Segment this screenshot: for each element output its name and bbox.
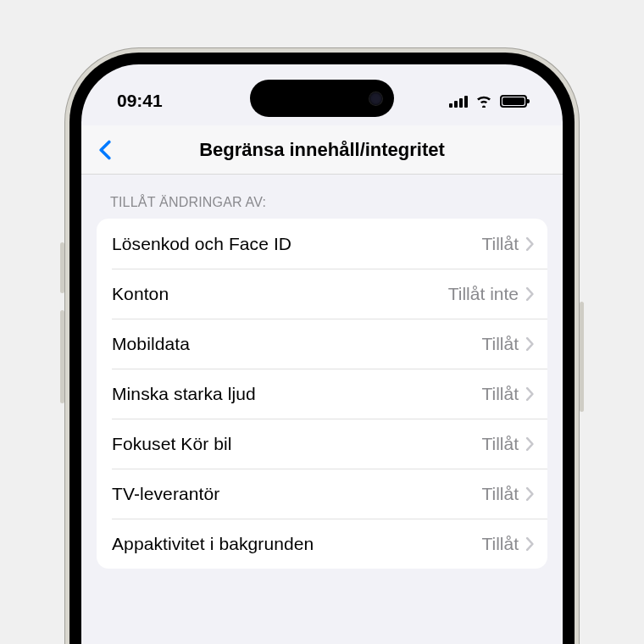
settings-row[interactable]: MobildataTillåt	[97, 319, 547, 369]
dynamic-island	[250, 80, 394, 117]
row-label: Mobildata	[112, 334, 481, 354]
chevron-right-icon	[525, 287, 534, 301]
settings-row[interactable]: Minska starka ljudTillåt	[97, 369, 547, 419]
settings-list: Lösenkod och Face IDTillåtKontonTillåt i…	[97, 219, 547, 569]
settings-row[interactable]: Appaktivitet i bakgrundenTillåt	[97, 519, 547, 569]
chevron-right-icon	[525, 237, 534, 251]
row-label: Konton	[112, 284, 448, 304]
row-value: Tillåt inte	[448, 284, 519, 304]
row-label: Minska starka ljud	[112, 384, 481, 404]
settings-row[interactable]: Lösenkod och Face IDTillåt	[97, 219, 547, 269]
screen: 09:41 Begränsa innehåll/integritet	[81, 64, 563, 644]
section-header: TILLÅT ÄNDRINGAR AV:	[81, 175, 563, 219]
chevron-right-icon	[525, 487, 534, 501]
cellular-icon	[449, 95, 468, 108]
settings-row[interactable]: Fokuset Kör bilTillåt	[97, 419, 547, 469]
row-label: Fokuset Kör bil	[112, 434, 481, 454]
page-title: Begränsa innehåll/integritet	[81, 139, 563, 161]
wifi-icon	[475, 94, 493, 108]
row-value: Tillåt	[481, 384, 519, 404]
content-area: TILLÅT ÄNDRINGAR AV: Lösenkod och Face I…	[81, 175, 563, 569]
row-value: Tillåt	[481, 484, 519, 504]
chevron-right-icon	[525, 437, 534, 451]
battery-icon	[500, 95, 527, 108]
chevron-right-icon	[525, 337, 534, 351]
phone-bezel: 09:41 Begränsa innehåll/integritet	[69, 53, 575, 644]
settings-row[interactable]: TV-leverantörTillåt	[97, 469, 547, 519]
row-value: Tillåt	[481, 534, 519, 554]
phone-frame: 09:41 Begränsa innehåll/integritet	[64, 47, 580, 644]
row-value: Tillåt	[481, 234, 519, 254]
nav-bar: Begränsa innehåll/integritet	[81, 125, 563, 175]
chevron-right-icon	[525, 387, 534, 401]
row-label: TV-leverantör	[112, 484, 481, 504]
row-value: Tillåt	[481, 434, 519, 454]
row-label: Appaktivitet i bakgrunden	[112, 534, 481, 554]
back-button[interactable]	[93, 135, 117, 165]
settings-row[interactable]: KontonTillåt inte	[97, 269, 547, 319]
status-time: 09:41	[117, 91, 163, 111]
chevron-right-icon	[525, 537, 534, 551]
row-value: Tillåt	[481, 334, 519, 354]
row-label: Lösenkod och Face ID	[112, 234, 481, 254]
camera-icon	[369, 92, 382, 105]
